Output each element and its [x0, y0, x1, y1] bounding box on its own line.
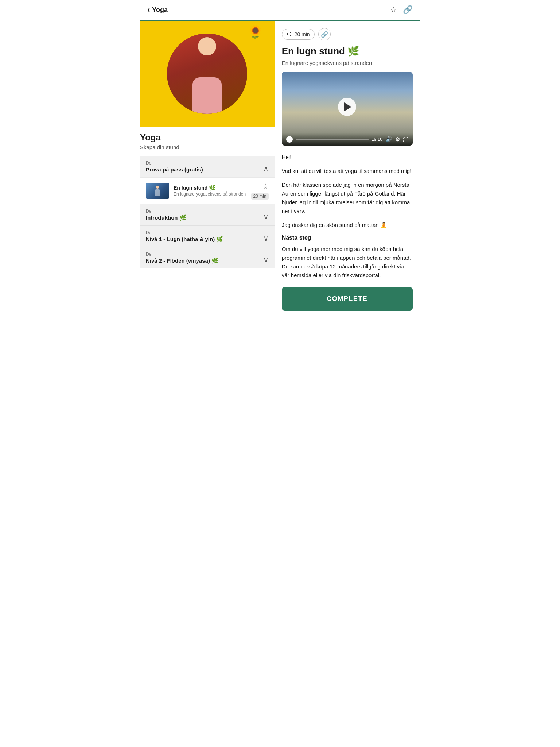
- lesson-thumb-image: [146, 183, 169, 199]
- right-column: ⏱ 20 min 🔗 En lugn stund 🌿 En lugnare yo…: [275, 21, 420, 318]
- lesson-item-1[interactable]: En lugn stund 🌿 En lugnare yogasekvens p…: [140, 177, 275, 204]
- header-actions: ☆ 🔗: [390, 5, 413, 15]
- lesson-main-desc: En lugnare yogasekvens på stranden: [282, 60, 413, 66]
- section-header-1[interactable]: Del Prova på pass (gratis) ∧: [140, 156, 275, 177]
- back-chevron-icon: ‹: [147, 5, 150, 15]
- play-icon: [344, 102, 351, 111]
- person-body: [192, 77, 222, 114]
- section-1-del: Del: [146, 160, 203, 166]
- lesson-main-title: En lugn stund 🌿: [282, 46, 413, 57]
- instructor-avatar: [167, 34, 247, 114]
- play-button[interactable]: [338, 98, 356, 116]
- link-icon-badge[interactable]: 🔗: [318, 28, 331, 40]
- section-1-labels: Del Prova på pass (gratis): [146, 160, 203, 173]
- bookmark-icon[interactable]: ☆: [390, 5, 397, 15]
- section-header-4[interactable]: Del Nivå 2 - Flöden (vinyasa) 🌿 ∨: [140, 247, 275, 268]
- section-3-chevron: ∨: [263, 234, 269, 243]
- section-header-2[interactable]: Del Introduktion 🌿 ∨: [140, 204, 275, 225]
- lesson-thumbnail: [146, 183, 169, 199]
- section-4-del: Del: [146, 252, 218, 257]
- course-subtitle: Skapa din stund: [140, 144, 267, 150]
- course-title: Yoga: [140, 132, 267, 143]
- settings-icon[interactable]: ⚙: [395, 136, 400, 143]
- duration-badge: ⏱ 20 min: [282, 29, 315, 40]
- section-4-chevron: ∨: [263, 255, 269, 264]
- volume-icon[interactable]: 🔊: [385, 136, 392, 143]
- lesson-bookmark-icon[interactable]: ☆: [262, 182, 269, 191]
- section-2-del: Del: [146, 209, 186, 214]
- back-label: Yoga: [152, 6, 168, 14]
- progress-bar[interactable]: [296, 139, 369, 140]
- body-paragraph-2: Vad kul att du vill testa att yoga tills…: [282, 167, 413, 175]
- meta-duration: 20 min: [295, 31, 310, 37]
- lesson-actions: ☆ 20 min: [251, 182, 269, 200]
- body-paragraph-1: Hej!: [282, 153, 413, 162]
- hero-banner: 🌻: [140, 21, 275, 127]
- course-info: Yoga Skapa din stund: [140, 127, 275, 150]
- video-player[interactable]: 19:10 🔊 ⚙ ⛶: [282, 72, 413, 146]
- lesson-title: En lugn stund 🌿: [174, 185, 247, 191]
- section-list: Del Prova på pass (gratis) ∧ En lugn: [140, 156, 275, 268]
- body-paragraph-3: Den här klassen spelade jag in en morgon…: [282, 181, 413, 216]
- lesson-duration-badge: 20 min: [251, 193, 269, 200]
- body-paragraph-4: Jag önskar dig en skön stund på mattan 🧘: [282, 221, 413, 229]
- section-4-title: Nivå 2 - Flöden (vinyasa) 🌿: [146, 258, 218, 264]
- share-icon[interactable]: 🔗: [403, 5, 413, 15]
- next-step-title: Nästa steg: [282, 235, 413, 241]
- section-1-chevron: ∧: [263, 164, 269, 173]
- thumb-body: [155, 189, 160, 196]
- section-2-title: Introduktion 🌿: [146, 214, 186, 221]
- lesson-desc: En lugnare yogasekvens på stranden: [174, 191, 247, 197]
- instructor-image: [167, 34, 247, 114]
- back-button[interactable]: ‹ Yoga: [147, 5, 168, 15]
- sunflower-icon: 🌻: [247, 24, 264, 40]
- clock-icon: ⏱: [287, 31, 292, 38]
- section-2-labels: Del Introduktion 🌿: [146, 209, 186, 221]
- person-head: [198, 37, 216, 55]
- thumb-figure: [154, 186, 161, 196]
- content-wrapper: 🌻 Yoga Skapa din stund Del Prova på pass…: [140, 21, 420, 318]
- thumb-head: [156, 186, 159, 189]
- fullscreen-icon[interactable]: ⛶: [403, 136, 408, 143]
- section-2-chevron: ∨: [263, 212, 269, 221]
- next-step-text: Om du vill yoga mer med mig så kan du kö…: [282, 245, 413, 280]
- video-controls: 19:10 🔊 ⚙ ⛶: [282, 133, 413, 146]
- section-header-3[interactable]: Del Nivå 1 - Lugn (hatha & yin) 🌿 ∨: [140, 225, 275, 247]
- section-3-del: Del: [146, 230, 223, 235]
- meta-row: ⏱ 20 min 🔗: [282, 28, 413, 40]
- section-1-title: Prova på pass (gratis): [146, 166, 203, 173]
- video-time: 19:10: [372, 137, 382, 142]
- header: ‹ Yoga ☆ 🔗: [140, 0, 420, 21]
- left-column: 🌻 Yoga Skapa din stund Del Prova på pass…: [140, 21, 275, 268]
- complete-button[interactable]: COMPLETE: [282, 287, 413, 311]
- section-4-labels: Del Nivå 2 - Flöden (vinyasa) 🌿: [146, 252, 218, 264]
- progress-handle[interactable]: [286, 136, 293, 143]
- section-3-title: Nivå 1 - Lugn (hatha & yin) 🌿: [146, 236, 223, 242]
- section-3-labels: Del Nivå 1 - Lugn (hatha & yin) 🌿: [146, 230, 223, 243]
- lesson-info: En lugn stund 🌿 En lugnare yogasekvens p…: [174, 185, 247, 197]
- link-icon: 🔗: [321, 31, 328, 38]
